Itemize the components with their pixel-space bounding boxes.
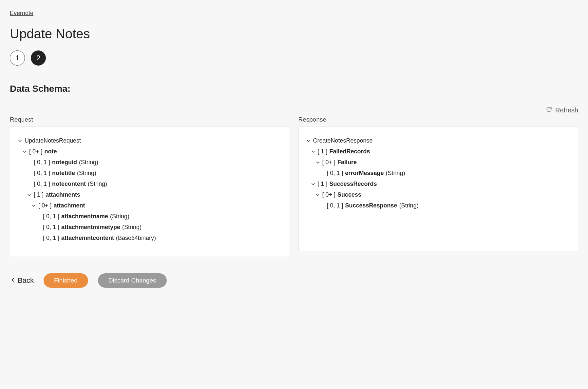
cardinality-label: [ 0, 1 ] [34, 159, 50, 166]
request-tree-row[interactable]: [ 0, 1 ] attachmentmimetype (String) [17, 222, 282, 233]
stepper: 1 2 [10, 50, 578, 66]
section-header: Data Schema: [10, 84, 578, 94]
page-title: Update Notes [10, 27, 578, 41]
refresh-button[interactable]: Refresh [546, 107, 578, 114]
chevron-down-icon[interactable] [27, 192, 32, 198]
refresh-label: Refresh [555, 107, 578, 114]
request-column-label: Request [10, 116, 290, 123]
request-tree-row[interactable]: [ 0, 1 ] attachmentname (String) [17, 211, 282, 222]
field-name: notetitle [52, 170, 75, 177]
field-type: (Base64binary) [116, 235, 156, 242]
response-tree-row[interactable]: [ 0+ ] Success [306, 189, 571, 200]
field-name: SuccessRecords [330, 181, 377, 187]
request-tree-row[interactable]: [ 0, 1 ] noteguid (String) [17, 157, 282, 168]
back-button[interactable]: Back [10, 276, 34, 285]
response-tree-row[interactable]: [ 1 ] FailedRecords [306, 146, 571, 157]
response-column-label: Response [298, 116, 579, 123]
chevron-down-icon[interactable] [31, 203, 36, 209]
request-tree-row[interactable]: [ 0, 1 ] notecontent (String) [17, 179, 282, 189]
request-tree-row[interactable]: [ 0+ ] note [17, 146, 282, 157]
cardinality-label: [ 0, 1 ] [43, 213, 59, 220]
field-type: (String) [122, 224, 142, 231]
field-type: (String) [88, 181, 107, 187]
cardinality-label: [ 0, 1 ] [327, 202, 343, 209]
step-2[interactable]: 2 [31, 50, 46, 66]
cardinality-label: [ 0, 1 ] [34, 181, 50, 187]
chevron-down-icon[interactable] [306, 138, 311, 144]
chevron-down-icon[interactable] [315, 160, 320, 165]
request-tree-row[interactable]: UpdateNotesRequest [17, 135, 282, 146]
response-tree-row[interactable]: [ 0+ ] Failure [306, 157, 571, 168]
field-name: attachemntcontent [61, 235, 114, 242]
chevron-down-icon[interactable] [311, 149, 316, 155]
cardinality-label: [ 0, 1 ] [43, 224, 59, 231]
field-name: attachment [54, 202, 85, 209]
cardinality-label: [ 0, 1 ] [43, 235, 59, 242]
refresh-icon [546, 107, 552, 114]
request-tree-row[interactable]: [ 0, 1 ] notetitle (String) [17, 168, 282, 179]
request-tree-row[interactable]: [ 1 ] attachments [17, 189, 282, 200]
field-name: Failure [337, 159, 357, 166]
chevron-down-icon[interactable] [315, 192, 320, 198]
breadcrumb-link[interactable]: Evernote [10, 10, 33, 17]
response-tree-row[interactable]: CreateNotesResponse [306, 135, 571, 146]
cardinality-label: [ 1 ] [34, 191, 44, 198]
field-name: attachmentname [61, 213, 108, 220]
field-type: (String) [77, 170, 96, 177]
discard-button[interactable]: Discard Changes [98, 273, 167, 288]
finished-button[interactable]: Finished [44, 273, 88, 288]
field-name: SuccessResponse [345, 202, 397, 209]
field-name: UpdateNotesRequest [25, 137, 81, 144]
field-name: noteguid [52, 159, 77, 166]
response-tree-row[interactable]: [ 0, 1 ] errorMessage (String) [306, 168, 571, 179]
response-tree-row[interactable]: [ 0, 1 ] SuccessResponse (String) [306, 200, 571, 211]
chevron-down-icon[interactable] [22, 149, 27, 155]
field-type: (String) [399, 202, 419, 209]
response-tree-row[interactable]: [ 1 ] SuccessRecords [306, 179, 571, 189]
field-name: attachmentmimetype [61, 224, 120, 231]
field-name: FailedRecords [330, 148, 370, 155]
back-label: Back [18, 276, 34, 285]
field-type: (String) [79, 159, 98, 166]
cardinality-label: [ 0+ ] [29, 148, 43, 155]
cardinality-label: [ 0, 1 ] [327, 170, 343, 177]
cardinality-label: [ 1 ] [318, 148, 328, 155]
field-name: note [45, 148, 57, 155]
chevron-down-icon[interactable] [17, 138, 23, 144]
cardinality-label: [ 0, 1 ] [34, 170, 50, 177]
request-tree-row[interactable]: [ 0, 1 ] attachemntcontent (Base64binary… [17, 233, 282, 243]
step-connector [25, 58, 31, 58]
cardinality-label: [ 0+ ] [322, 191, 336, 198]
chevron-left-icon [10, 276, 16, 285]
response-panel: CreateNotesResponse[ 1 ] FailedRecords[ … [298, 126, 579, 251]
chevron-down-icon[interactable] [311, 181, 316, 187]
field-name: Success [337, 191, 361, 198]
field-type: (String) [110, 213, 129, 220]
request-tree-row[interactable]: [ 0+ ] attachment [17, 200, 282, 211]
cardinality-label: [ 0+ ] [322, 159, 336, 166]
field-name: errorMessage [345, 170, 384, 177]
field-name: notecontent [52, 181, 86, 187]
step-1[interactable]: 1 [10, 50, 25, 66]
field-name: CreateNotesResponse [313, 137, 373, 144]
cardinality-label: [ 1 ] [318, 181, 328, 187]
field-name: attachments [46, 191, 80, 198]
cardinality-label: [ 0+ ] [38, 202, 52, 209]
request-panel: UpdateNotesRequest[ 0+ ] note[ 0, 1 ] no… [10, 126, 290, 257]
field-type: (String) [386, 170, 405, 177]
